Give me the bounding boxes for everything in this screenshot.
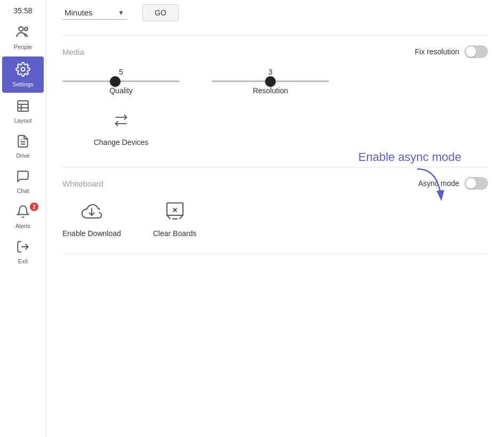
toggle-thumb [466,46,476,57]
sidebar-item-drive[interactable]: Drive [0,129,46,164]
exit-icon [16,240,30,257]
svg-point-0 [19,27,23,31]
resolution-label: Resolution [253,86,288,95]
clear-boards-action[interactable]: Clear Boards [153,199,197,238]
clear-boards-label: Clear Boards [153,229,197,238]
sidebar-label-layout: Layout [14,117,31,124]
svg-point-1 [25,27,28,30]
enable-download-action[interactable]: Enable Download [62,199,121,238]
whiteboard-section-area: Enable async mode Whiteboard Async mode [62,177,488,238]
people-icon [15,25,30,43]
async-mode-toggle[interactable] [465,177,488,190]
drive-icon [16,134,30,151]
sidebar-label-settings: Settings [12,81,34,87]
divider-3 [62,254,488,254]
quality-value: 5 [119,68,123,76]
settings-icon [15,62,30,80]
sidebar-item-settings[interactable]: Settings [2,56,44,93]
resolution-value: 3 [268,68,273,76]
sliders-row: 5 Quality 3 Resolution [62,68,488,95]
whiteboard-actions: Enable Download Clear Boards [62,199,488,238]
alerts-icon [16,205,30,222]
divider-1 [62,35,488,36]
change-devices-section[interactable]: Change Devices [62,106,180,157]
clock: 35:58 [13,0,32,19]
resolution-slider[interactable] [212,80,329,82]
divider-2 [62,167,488,167]
resolution-slider-group: 3 Resolution [212,68,329,95]
sidebar: 35:58 People Settings [0,0,46,437]
sidebar-item-chat[interactable]: Chat [0,164,46,199]
async-mode-toggle-row: Async mode [418,177,488,190]
whiteboard-section-header: Whiteboard Async mode [62,177,488,190]
svg-point-2 [21,68,25,71]
svg-rect-3 [18,101,28,111]
media-title: Media [62,47,84,56]
timer-row: Minutes Seconds Hours ▼ GO [62,0,488,26]
async-toggle-thumb [466,178,476,189]
minutes-dropdown-wrapper[interactable]: Minutes Seconds Hours ▼ [62,6,126,20]
quality-label: Quality [109,86,133,95]
fix-resolution-label: Fix resolution [415,47,459,56]
annotation-container: Enable async mode [358,150,461,164]
sidebar-label-people: People [14,44,32,50]
svg-rect-14 [167,203,183,215]
minutes-dropdown[interactable]: Minutes Seconds Hours [62,6,126,20]
whiteboard-title: Whiteboard [62,179,103,188]
quality-slider-group: 5 Quality [62,68,180,95]
sidebar-label-drive: Drive [16,152,30,159]
layout-icon [16,99,30,116]
change-devices-label: Change Devices [94,138,149,147]
sidebar-item-exit[interactable]: Exit [0,234,46,270]
change-devices-icon [111,111,131,134]
fix-resolution-toggle-row: Fix resolution [415,45,488,58]
sidebar-label-chat: Chat [17,188,29,194]
annotation-text: Enable async mode [358,150,461,164]
main-content: Minutes Seconds Hours ▼ GO Media Fix res… [46,0,504,437]
fix-resolution-toggle[interactable] [465,45,488,58]
sidebar-label-alerts: Alerts [15,223,30,229]
sidebar-item-people[interactable]: People [0,19,46,55]
quality-slider[interactable] [62,80,180,82]
sidebar-item-layout[interactable]: Layout [0,94,46,129]
clear-boards-icon [164,199,186,225]
sidebar-item-alerts[interactable]: 2 Alerts [0,199,46,234]
enable-download-icon [81,199,102,225]
go-button[interactable]: GO [142,4,179,21]
sidebar-label-exit: Exit [18,258,28,264]
async-mode-label: Async mode [418,179,459,188]
enable-download-label: Enable Download [62,229,121,238]
alerts-badge: 2 [30,203,38,211]
media-section-header: Media Fix resolution [62,45,488,58]
chat-icon [16,169,30,187]
